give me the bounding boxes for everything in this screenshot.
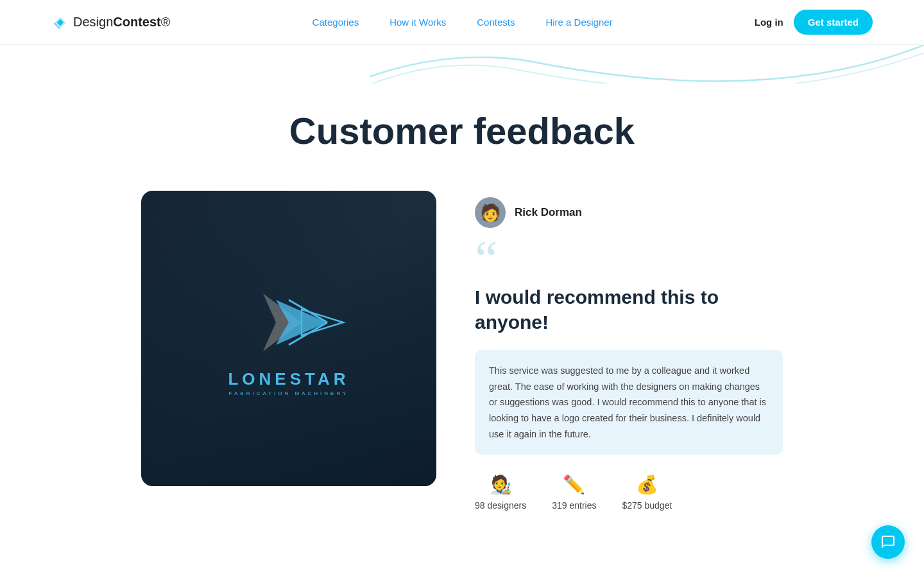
login-button[interactable]: Log in — [755, 17, 783, 28]
entries-icon: ✏️ — [563, 474, 585, 495]
testimonial-body: This service was suggested to me by a co… — [475, 350, 783, 455]
nav-item-how-it-works[interactable]: How it Works — [389, 17, 446, 28]
decorative-curve — [0, 45, 924, 83]
lonestar-sub: FABRICATION MACHINERY — [229, 390, 349, 396]
chat-icon — [880, 534, 896, 550]
lonestar-brand: LONESTAR — [228, 369, 349, 389]
testimonial-right: 🧑 Rick Dorman “ I would recommend this t… — [475, 191, 783, 511]
stats-row: 🧑‍🎨 98 designers ✏️ 319 entries 💰 $275 b… — [475, 474, 783, 511]
logo-icon — [51, 13, 69, 31]
nav-links: Categories How it Works Contests Hire a … — [312, 17, 613, 28]
quote-mark: “ — [475, 243, 783, 274]
avatar: 🧑 — [475, 197, 506, 228]
budget-icon: 💰 — [636, 474, 658, 495]
nav-auth: Log in Get started — [755, 10, 873, 35]
nav-item-contests[interactable]: Contests — [477, 17, 515, 28]
nav-item-categories[interactable]: Categories — [312, 17, 359, 28]
chat-button[interactable] — [871, 525, 905, 559]
page-title: Customer feedback — [289, 109, 635, 152]
testimonial-headline: I would recommend this to anyone! — [475, 285, 783, 335]
designers-label: 98 designers — [475, 500, 526, 511]
stat-entries: ✏️ 319 entries — [552, 474, 596, 511]
nav-link-categories[interactable]: Categories — [312, 17, 359, 28]
budget-label: $275 budget — [622, 500, 672, 511]
reviewer-info: 🧑 Rick Dorman — [475, 197, 783, 228]
logo[interactable]: DesignContest® — [51, 13, 170, 31]
entries-label: 319 entries — [552, 500, 596, 511]
nav-link-how-it-works[interactable]: How it Works — [389, 17, 446, 28]
design-image: LONESTAR FABRICATION MACHINERY — [141, 191, 436, 486]
testimonial-text: This service was suggested to me by a co… — [489, 363, 769, 442]
stat-budget: 💰 $275 budget — [622, 474, 672, 511]
reviewer-name: Rick Dorman — [515, 206, 582, 219]
nav-link-hire-designer[interactable]: Hire a Designer — [545, 17, 612, 28]
designers-icon: 🧑‍🎨 — [490, 474, 512, 495]
lonestar-logo-svg — [225, 281, 353, 364]
stat-designers: 🧑‍🎨 98 designers — [475, 474, 526, 511]
logo-text: DesignContest® — [73, 15, 170, 30]
main-content: Customer feedback LONESTAR FABRICATION M… — [0, 83, 924, 562]
nav-item-hire-designer[interactable]: Hire a Designer — [545, 17, 612, 28]
get-started-button[interactable]: Get started — [794, 10, 873, 35]
nav-link-contests[interactable]: Contests — [477, 17, 515, 28]
navbar: DesignContest® Categories How it Works C… — [0, 0, 924, 45]
testimonial-container: LONESTAR FABRICATION MACHINERY 🧑 Rick Do… — [141, 191, 783, 511]
